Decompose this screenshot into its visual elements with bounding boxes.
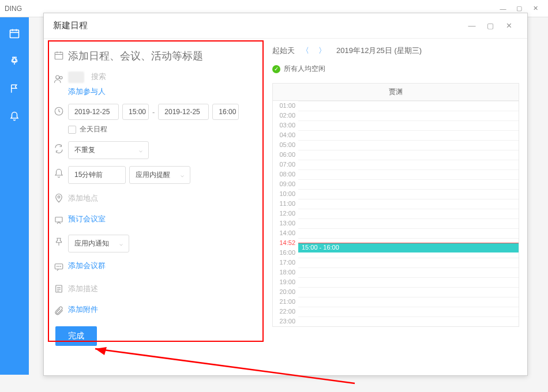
svg-point-13 bbox=[58, 196, 60, 198]
grid-row bbox=[298, 297, 519, 307]
dialog-close-button[interactable]: ✕ bbox=[500, 18, 518, 34]
svg-point-18 bbox=[59, 266, 59, 267]
grid-row bbox=[298, 111, 519, 120]
rail-flag-icon[interactable] bbox=[9, 83, 20, 95]
svg-rect-0 bbox=[10, 30, 19, 37]
new-schedule-dialog: 新建日程 — ▢ ✕ bbox=[43, 13, 528, 376]
participant-search[interactable]: 搜索 bbox=[91, 72, 106, 81]
now-indicator bbox=[298, 243, 519, 243]
avatar bbox=[68, 71, 84, 83]
bell-icon bbox=[50, 166, 68, 179]
grid-row bbox=[298, 179, 519, 189]
time-label: 18:00 bbox=[273, 267, 298, 277]
description-input[interactable]: 添加描述 bbox=[68, 281, 260, 296]
svg-rect-6 bbox=[55, 52, 63, 59]
time-label: 02:00 bbox=[273, 111, 298, 120]
time-label: 19:00 bbox=[273, 277, 298, 287]
all-day-checkbox[interactable] bbox=[68, 126, 76, 134]
event-block[interactable]: 15:00 - 16:00 bbox=[298, 243, 519, 252]
time-label: 13:00 bbox=[273, 218, 298, 228]
timeline-preview: 起始天 〈 〉 2019年12月25日 (星期三) ✓ 所有人均空闲 贾渊 01… bbox=[268, 39, 527, 376]
calendar-icon bbox=[50, 48, 68, 61]
next-day-button[interactable]: 〉 bbox=[316, 46, 328, 56]
repeat-select[interactable]: 不重复 ⌵ bbox=[68, 141, 149, 159]
add-attachment-link[interactable]: 添加附件 bbox=[68, 304, 98, 315]
room-icon bbox=[50, 213, 68, 225]
rail-calendar-icon[interactable] bbox=[9, 28, 20, 39]
end-date-input[interactable]: 2019-12-25 bbox=[158, 104, 209, 120]
notify-mode-select[interactable]: 应用内通知 ⌵ bbox=[68, 235, 129, 252]
grid-row bbox=[298, 307, 519, 316]
time-label: 22:00 bbox=[273, 307, 298, 316]
all-day-label: 全天日程 bbox=[80, 125, 107, 134]
dialog-minimize-button[interactable]: — bbox=[463, 18, 481, 34]
svg-point-11 bbox=[60, 77, 63, 80]
time-label: 20:00 bbox=[273, 287, 298, 297]
attachment-icon bbox=[50, 303, 68, 316]
add-group-link[interactable]: 添加会议群 bbox=[68, 261, 106, 271]
grid-row bbox=[298, 199, 519, 209]
rail-bell-icon[interactable] bbox=[9, 111, 20, 122]
prev-day-button[interactable]: 〈 bbox=[299, 46, 311, 56]
timeline-column-header: 贾渊 bbox=[273, 84, 519, 101]
reminder-time-select[interactable]: 15分钟前 bbox=[68, 166, 126, 184]
chat-icon bbox=[50, 259, 68, 272]
form-area: 搜索 添加参与人 2019-12-25 15:00 - 20 bbox=[44, 39, 268, 376]
book-room-link[interactable]: 预订会议室 bbox=[68, 214, 106, 224]
time-label: 03:00 bbox=[273, 120, 298, 130]
availability-text: 所有人均空闲 bbox=[284, 64, 325, 74]
chevron-down-icon: ⌵ bbox=[181, 172, 184, 178]
description-icon bbox=[50, 281, 68, 294]
time-label: 09:00 bbox=[273, 179, 298, 189]
date-separator: - bbox=[152, 108, 155, 116]
grid-row bbox=[298, 277, 519, 287]
timeline: 贾渊 01:0002:0003:0004:0005:0006:0007:0008… bbox=[272, 83, 519, 327]
add-participant-link[interactable]: 添加参与人 bbox=[68, 86, 106, 97]
time-label: 12:00 bbox=[273, 209, 298, 218]
grid-row bbox=[298, 228, 519, 238]
time-label: 16:00 bbox=[273, 248, 298, 258]
submit-button[interactable]: 完成 bbox=[55, 326, 97, 346]
repeat-icon bbox=[50, 141, 68, 154]
chevron-down-icon: ⌵ bbox=[119, 240, 123, 247]
dialog-maximize-button[interactable]: ▢ bbox=[481, 18, 500, 34]
rail-pin-icon[interactable] bbox=[9, 55, 20, 67]
svg-point-19 bbox=[61, 266, 61, 267]
end-time-input[interactable]: 16:00 bbox=[212, 104, 239, 120]
location-input[interactable]: 添加地点 bbox=[68, 191, 260, 206]
title-input[interactable] bbox=[68, 48, 260, 65]
time-label: 10:00 bbox=[273, 189, 298, 199]
time-label: 07:00 bbox=[273, 160, 298, 169]
svg-point-10 bbox=[56, 76, 59, 79]
grid-row bbox=[298, 120, 519, 130]
dialog-header: 新建日程 — ▢ ✕ bbox=[44, 13, 527, 39]
grid-row bbox=[298, 160, 519, 169]
grid-row bbox=[298, 101, 519, 111]
svg-rect-14 bbox=[55, 217, 62, 222]
grid-row bbox=[298, 130, 519, 140]
location-icon bbox=[50, 191, 68, 203]
start-time-input[interactable]: 15:00 bbox=[122, 104, 149, 120]
window-title: DING bbox=[5, 5, 22, 13]
clock-icon bbox=[50, 104, 68, 116]
reminder-mode-select[interactable]: 应用内提醒 ⌵ bbox=[129, 166, 190, 184]
grid-row bbox=[298, 316, 519, 326]
time-label: 05:00 bbox=[273, 140, 298, 150]
left-rail bbox=[0, 17, 29, 375]
svg-point-17 bbox=[57, 266, 58, 267]
grid-row bbox=[298, 258, 519, 267]
time-label: 17:00 bbox=[273, 258, 298, 267]
chevron-down-icon: ⌵ bbox=[139, 147, 142, 153]
time-label: 23:00 bbox=[273, 316, 298, 326]
time-label: 11:00 bbox=[273, 199, 298, 209]
time-label: 06:00 bbox=[273, 150, 298, 160]
start-day-label: 起始天 bbox=[272, 46, 295, 56]
grid-row bbox=[298, 140, 519, 150]
preview-date: 2019年12月25日 (星期三) bbox=[336, 46, 422, 56]
grid-row bbox=[298, 209, 519, 218]
time-label: 01:00 bbox=[273, 101, 298, 111]
outer-close-button[interactable]: ✕ bbox=[527, 3, 543, 14]
participants-icon bbox=[50, 71, 68, 84]
time-label: 21:00 bbox=[273, 297, 298, 307]
start-date-input[interactable]: 2019-12-25 bbox=[68, 104, 119, 120]
